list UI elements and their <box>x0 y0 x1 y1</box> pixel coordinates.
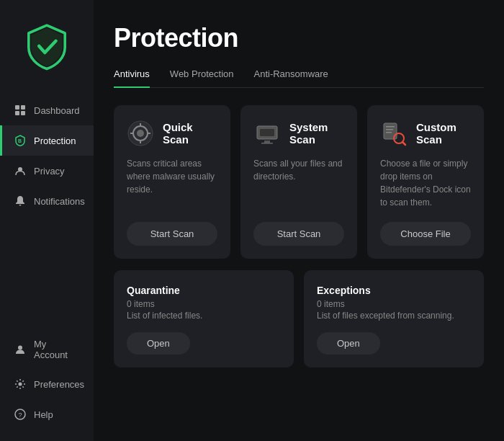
system-scan-icon <box>253 120 281 147</box>
sidebar-item-label: Protection <box>34 135 76 146</box>
sidebar-item-label: Help <box>34 409 53 420</box>
system-scan-desc: Scans all your files and directories. <box>253 157 344 209</box>
sidebar-item-notifications[interactable]: Notifications <box>0 186 94 216</box>
tab-anti-ransomware[interactable]: Anti-Ransomware <box>254 68 328 88</box>
quick-scan-header: Quick Scan <box>127 120 217 147</box>
tab-web-protection[interactable]: Web Protection <box>170 68 234 88</box>
user-icon <box>14 343 27 356</box>
svg-rect-19 <box>264 141 270 143</box>
quarantine-open-button[interactable]: Open <box>127 332 190 355</box>
quarantine-desc: List of infected files. <box>127 311 281 321</box>
custom-scan-header: Custom Scan <box>380 120 471 147</box>
sidebar-item-dashboard[interactable]: Dashboard <box>0 95 94 125</box>
quick-scan-card: Quick Scan Scans critical areas where ma… <box>114 105 230 259</box>
svg-line-26 <box>402 142 405 145</box>
bell-icon <box>14 195 27 208</box>
help-icon: ? <box>14 408 27 421</box>
sidebar-item-label: Preferences <box>34 379 84 390</box>
bottom-cards-row: Quarantine 0 items List of infected file… <box>114 270 484 368</box>
quick-scan-title: Quick Scan <box>163 121 217 146</box>
grid-icon <box>14 104 27 117</box>
svg-rect-23 <box>386 129 393 130</box>
sidebar: Dashboard B Protection Privacy <box>0 0 94 441</box>
svg-rect-1 <box>21 105 25 110</box>
tab-antivirus[interactable]: Antivirus <box>114 68 150 88</box>
custom-scan-title: Custom Scan <box>416 121 471 146</box>
svg-point-7 <box>19 383 22 386</box>
quarantine-card: Quarantine 0 items List of infected file… <box>114 270 294 368</box>
protection-icon: B <box>14 134 27 147</box>
svg-rect-2 <box>15 111 19 115</box>
main-content: Protection Antivirus Web Protection Anti… <box>94 0 504 441</box>
choose-file-button[interactable]: Choose File <box>380 222 471 246</box>
svg-point-6 <box>18 346 22 350</box>
svg-rect-22 <box>386 126 395 128</box>
exceptions-card: Exceptions 0 items List of files excepte… <box>304 270 484 368</box>
quarantine-count: 0 items <box>127 299 281 309</box>
exceptions-title: Exceptions <box>317 285 471 296</box>
system-scan-header: System Scan <box>253 120 344 147</box>
sidebar-nav: Dashboard B Protection Privacy <box>0 89 94 330</box>
tabs: Antivirus Web Protection Anti-Ransomware <box>114 68 484 88</box>
sidebar-item-privacy[interactable]: Privacy <box>0 156 94 186</box>
sidebar-item-my-account[interactable]: My Account <box>0 330 94 369</box>
sidebar-item-label: Dashboard <box>34 105 80 116</box>
svg-point-12 <box>137 130 144 137</box>
custom-scan-desc: Choose a file or simply drop items on Bi… <box>380 157 471 209</box>
page-title: Protection <box>114 23 484 53</box>
sidebar-item-protection[interactable]: B Protection <box>0 125 94 156</box>
settings-icon <box>14 378 27 391</box>
scan-cards-row: Quick Scan Scans critical areas where ma… <box>114 105 484 259</box>
svg-rect-3 <box>21 111 25 115</box>
sidebar-bottom: My Account Preferences ? Help <box>0 330 94 441</box>
sidebar-item-help[interactable]: ? Help <box>0 399 94 429</box>
sidebar-item-label: My Account <box>34 339 82 360</box>
svg-rect-20 <box>261 143 273 144</box>
svg-rect-18 <box>260 129 274 136</box>
quarantine-title: Quarantine <box>127 285 281 296</box>
system-scan-card: System Scan Scans all your files and dir… <box>240 105 357 259</box>
system-scan-button[interactable]: Start Scan <box>253 222 344 246</box>
exceptions-count: 0 items <box>317 299 471 309</box>
sidebar-item-label: Notifications <box>34 196 85 207</box>
shield-icon <box>21 20 73 72</box>
svg-rect-0 <box>15 105 19 110</box>
sidebar-item-label: Privacy <box>34 166 65 177</box>
quick-scan-icon <box>127 120 154 147</box>
sidebar-item-preferences[interactable]: Preferences <box>0 369 94 399</box>
quick-scan-button[interactable]: Start Scan <box>127 222 217 246</box>
custom-scan-icon <box>380 120 408 147</box>
exceptions-open-button[interactable]: Open <box>317 332 380 355</box>
svg-text:?: ? <box>18 411 22 419</box>
sidebar-logo <box>0 0 94 89</box>
custom-scan-card: Custom Scan Choose a file or simply drop… <box>367 105 484 259</box>
exceptions-desc: List of files excepted from scanning. <box>317 311 471 321</box>
quick-scan-desc: Scans critical areas where malware usual… <box>127 157 217 209</box>
system-scan-title: System Scan <box>289 121 344 146</box>
privacy-icon <box>14 164 27 177</box>
svg-rect-24 <box>386 132 392 133</box>
svg-text:B: B <box>18 138 22 143</box>
